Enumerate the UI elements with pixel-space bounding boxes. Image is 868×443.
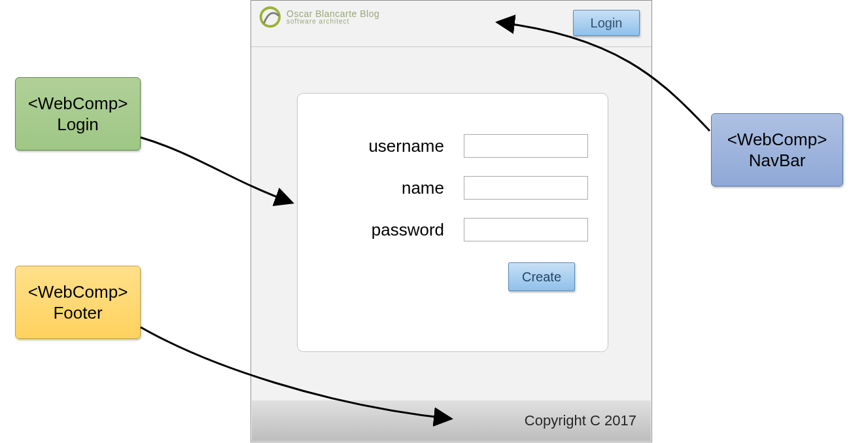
diagram-arrows [0,0,868,443]
